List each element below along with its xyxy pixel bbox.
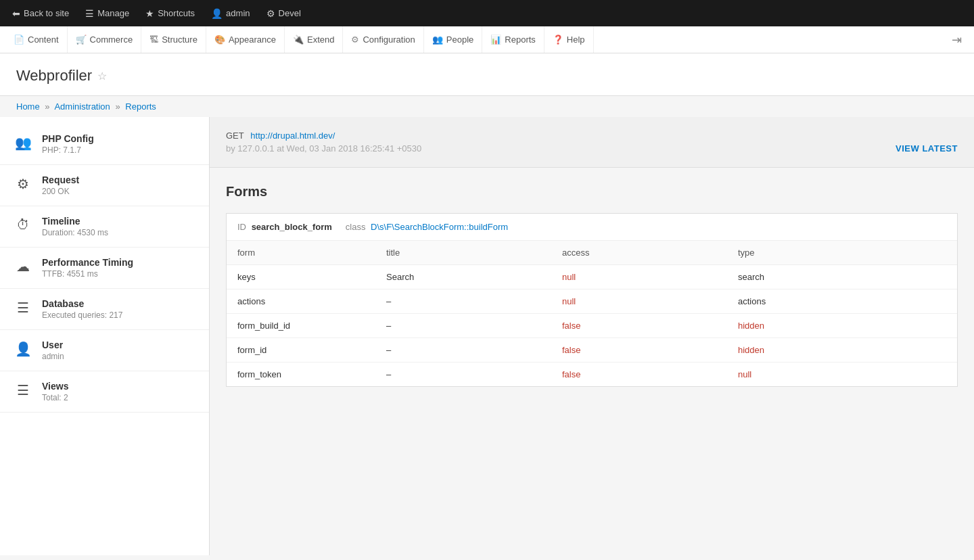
sidebar-sub-database: Executed queries: 217 [42, 310, 122, 320]
breadcrumb-administration[interactable]: Administration [54, 101, 110, 112]
people-nav-icon: 👥 [432, 34, 443, 45]
forms-section-title: Forms [226, 184, 958, 200]
cell-access-3: false [551, 338, 727, 363]
sidebar-label-php-config: PHP Config [42, 133, 94, 144]
nav-label-structure: Structure [162, 34, 198, 45]
table-row: keys Search null search [227, 265, 957, 289]
request-url[interactable]: http://drupal.html.dev/ [250, 131, 335, 141]
form-class-label: class D\s\F\SearchBlockForm::buildForm [346, 222, 508, 232]
admin-bar-label-admin: admin [226, 8, 250, 18]
help-nav-icon: ❓ [553, 34, 563, 45]
nav-label-people: People [446, 34, 473, 45]
sidebar: const _d3 = JSON.parse(document.getEleme… [0, 117, 210, 555]
cell-form-2: form_build_id [227, 314, 375, 338]
cell-access-1: null [551, 289, 727, 314]
sidebar-item-text-request: Request 200 OK [42, 174, 79, 196]
sidebar-label-performance-timing: Performance Timing [42, 257, 133, 268]
sidebar-item-user[interactable]: 👤 User admin [0, 330, 209, 371]
sidebar-sub-views: Total: 2 [42, 393, 68, 402]
sidebar-item-performance-timing[interactable]: ☁ Performance Timing TTFB: 4551 ms [0, 248, 209, 289]
sidebar-item-text-views: Views Total: 2 [42, 381, 68, 402]
page-header: Webprofiler ☆ [0, 53, 974, 96]
cell-form-1: actions [227, 289, 375, 314]
nav-item-people[interactable]: 👥People [424, 26, 482, 53]
sidebar-label-timeline: Timeline [42, 216, 108, 227]
nav-label-extend: Extend [307, 34, 334, 45]
breadcrumb-sep-1: » [45, 101, 49, 112]
configuration-nav-icon: ⚙ [351, 34, 359, 45]
cell-title-4: – [375, 363, 551, 387]
sidebar-item-timeline[interactable]: ⏱ Timeline Duration: 4530 ms [0, 206, 209, 248]
form-id-label-text: ID [237, 222, 246, 232]
nav-item-appearance[interactable]: 🎨Appearance [206, 26, 285, 53]
content-nav-icon: 📄 [14, 34, 24, 45]
nav-item-structure[interactable]: 🏗Structure [141, 26, 206, 53]
sidebar-label-request: Request [42, 174, 79, 185]
sidebar-item-text-php-config: PHP Config PHP: 7.1.7 [42, 133, 94, 155]
cell-title-0: Search [375, 265, 551, 289]
admin-bar-label-devel: Devel [279, 8, 301, 18]
page-title: Webprofiler ☆ [16, 67, 958, 85]
admin-bar-item-manage[interactable]: ☰Manage [78, 0, 136, 26]
table-row: form_id – false hidden [227, 338, 957, 363]
cell-access-0: null [551, 265, 727, 289]
cell-type-1: actions [727, 289, 957, 314]
main-content: GET http://drupal.html.dev/ by 127.0.0.1… [210, 117, 974, 555]
php-config-sidebar-icon: 👥 [14, 135, 32, 151]
form-table: form title access type const _d4 = JSON.… [227, 241, 957, 386]
form-card: ID search_block_form class D\s\F\SearchB… [226, 213, 958, 387]
appearance-nav-icon: 🎨 [214, 34, 225, 45]
sidebar-label-views: Views [42, 381, 68, 392]
manage-icon: ☰ [85, 8, 94, 19]
view-latest-button[interactable]: VIEW LATEST [896, 143, 958, 154]
breadcrumb-home[interactable]: Home [16, 101, 40, 112]
form-card-header: ID search_block_form class D\s\F\SearchB… [227, 214, 957, 241]
sidebar-item-php-config[interactable]: 👥 PHP Config PHP: 7.1.7 [0, 124, 209, 165]
user-sidebar-icon: 👤 [14, 341, 32, 357]
request-sidebar-icon: ⚙ [14, 176, 32, 192]
nav-label-reports: Reports [505, 34, 536, 45]
admin-icon: 👤 [211, 8, 223, 19]
nav-item-commerce[interactable]: 🛒Commerce [68, 26, 142, 53]
admin-bar-item-shortcuts[interactable]: ★Shortcuts [139, 0, 202, 26]
main-nav: const _d2 = JSON.parse(document.getEleme… [0, 26, 974, 53]
cell-type-4: null [727, 363, 957, 387]
form-id-label: ID search_block_form [237, 222, 332, 232]
favorite-star-icon[interactable]: ☆ [97, 70, 107, 83]
sidebar-item-text-database: Database Executed queries: 217 [42, 298, 122, 320]
sidebar-label-database: Database [42, 298, 122, 309]
sidebar-sub-user: admin [42, 352, 64, 361]
sidebar-item-request[interactable]: ⚙ Request 200 OK [0, 165, 209, 206]
sidebar-item-text-user: User admin [42, 340, 64, 361]
forms-section: Forms ID search_block_form class D\s\F\S… [210, 168, 974, 417]
admin-bar-label-shortcuts: Shortcuts [158, 8, 195, 18]
content-wrapper: const _d3 = JSON.parse(document.getEleme… [0, 117, 974, 555]
nav-label-help: Help [567, 34, 585, 45]
nav-item-content[interactable]: 📄Content [5, 26, 68, 53]
breadcrumb-reports[interactable]: Reports [125, 101, 156, 112]
nav-item-configuration[interactable]: ⚙Configuration [343, 26, 423, 53]
sidebar-item-text-timeline: Timeline Duration: 4530 ms [42, 216, 108, 237]
request-method-line: GET http://drupal.html.dev/ [226, 131, 958, 141]
nav-item-extend[interactable]: 🔌Extend [285, 26, 343, 53]
admin-bar: const _d = JSON.parse(document.getElemen… [0, 0, 974, 26]
admin-bar-item-devel[interactable]: ⚙Devel [260, 0, 308, 26]
timeline-sidebar-icon: ⏱ [14, 217, 32, 233]
page-title-text: Webprofiler [16, 67, 92, 85]
commerce-nav-icon: 🛒 [76, 34, 87, 45]
sidebar-item-database[interactable]: ☰ Database Executed queries: 217 [0, 289, 209, 330]
sidebar-sub-php-config: PHP: 7.1.7 [42, 145, 94, 155]
admin-bar-item-back-to-site[interactable]: ⬅Back to site [5, 0, 76, 26]
admin-bar-item-admin[interactable]: 👤admin [204, 0, 256, 26]
back-to-site-icon: ⬅ [12, 8, 20, 19]
form-class-value[interactable]: D\s\F\SearchBlockForm::buildForm [371, 222, 508, 232]
nav-item-help[interactable]: ❓Help [544, 26, 594, 53]
cell-title-1: – [375, 289, 551, 314]
nav-label-configuration: Configuration [363, 34, 415, 45]
sidebar-sub-timeline: Duration: 4530 ms [42, 228, 108, 237]
breadcrumb: Home » Administration » Reports [0, 96, 974, 117]
nav-collapse-button[interactable]: ⇥ [945, 32, 969, 47]
sidebar-item-views[interactable]: ☰ Views Total: 2 [0, 371, 209, 413]
nav-item-reports[interactable]: 📊Reports [482, 26, 544, 53]
devel-icon: ⚙ [266, 8, 275, 19]
